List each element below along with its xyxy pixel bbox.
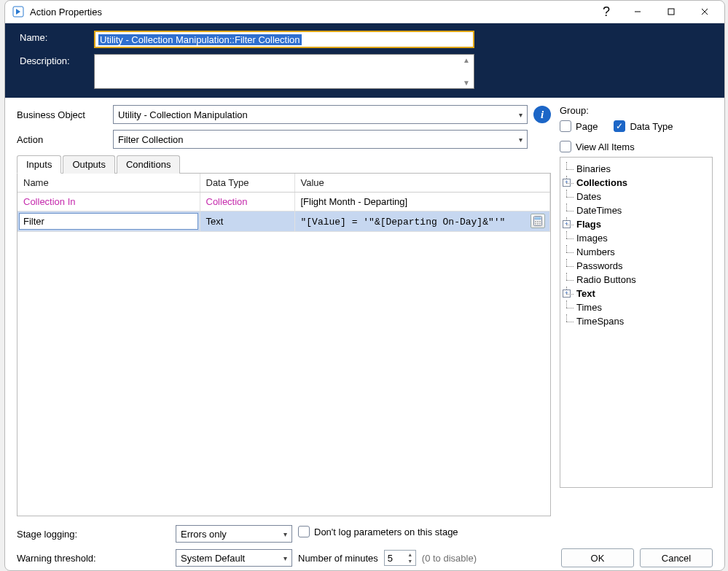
checkbox-dont-log[interactable] (298, 526, 310, 537)
svg-point-8 (537, 221, 539, 222)
tabstrip: Inputs Outputs Conditions (17, 155, 551, 174)
minutes-label: Number of minutes (298, 553, 378, 564)
cancel-button[interactable]: Cancel (640, 548, 713, 567)
tree-item[interactable]: +Collections (566, 176, 709, 190)
expand-icon[interactable]: + (563, 220, 571, 228)
ok-button[interactable]: OK (561, 548, 634, 567)
tree-item-label: Passwords (576, 260, 623, 271)
tree-item-label: TimeSpans (576, 316, 624, 327)
table-row[interactable]: Filter Text "[Value] = '"&[Departing On-… (17, 211, 550, 232)
name-value: Utility - Collection Manipulation::Filte… (98, 34, 302, 45)
tree-item-label: Times (576, 302, 602, 313)
tree-item-label: Images (576, 233, 608, 244)
info-icon[interactable]: i (533, 106, 551, 123)
checkbox-view-all[interactable] (560, 141, 571, 152)
tree-item-label: Collections (576, 177, 627, 188)
close-button[interactable] (688, 1, 721, 23)
right-panel: Group: Page Data Type View All Items (560, 105, 713, 516)
name-input[interactable]: Filter (19, 213, 198, 230)
cell-name[interactable]: Filter (17, 211, 200, 232)
table-row[interactable]: Collection In Collection [Flight Month -… (17, 193, 550, 211)
chevron-down-icon: ▾ (283, 530, 287, 538)
action-value: Filter Collection (118, 134, 184, 145)
svg-rect-6 (535, 217, 541, 220)
inputs-grid[interactable]: Name Data Type Value Collection In Colle… (17, 174, 550, 232)
datatype-label: Data Type (630, 121, 673, 132)
stage-logging-select[interactable]: Errors only ▾ (176, 525, 292, 543)
maximize-button[interactable] (654, 1, 688, 23)
minutes-input[interactable]: 5 ▲▼ (384, 550, 416, 566)
group-page-option[interactable]: Page (560, 120, 598, 132)
tree-item-label: Flags (576, 219, 601, 230)
minimize-button[interactable] (621, 1, 654, 23)
tab-outputs[interactable]: Outputs (63, 155, 115, 174)
header-panel: Name: Utility - Collection Manipulation:… (5, 23, 724, 98)
spinner-icon[interactable]: ▲▼ (405, 551, 415, 564)
tree-item-label: Radio Buttons (576, 274, 636, 285)
expression-builder-button[interactable] (531, 214, 545, 228)
tab-conditions[interactable]: Conditions (117, 155, 180, 174)
minutes-value: 5 (385, 553, 405, 564)
expand-icon[interactable]: + (563, 179, 571, 187)
help-button[interactable]: ? (592, 1, 621, 23)
inputs-grid-panel: Name Data Type Value Collection In Colle… (17, 174, 551, 516)
tree-item[interactable]: +Flags (566, 217, 709, 231)
view-all-option[interactable]: View All Items (560, 141, 713, 152)
dont-log-option[interactable]: Don't log parameters on this stage (298, 526, 458, 537)
tree-item[interactable]: Radio Buttons (566, 273, 709, 287)
business-object-select[interactable]: Utility - Collection Manipulation ▾ (113, 105, 528, 124)
stage-logging-label: Stage logging: (17, 529, 170, 540)
tree-item-label: Binaries (576, 163, 611, 174)
description-scrollbar[interactable]: ▲ ▼ (461, 56, 472, 87)
cell-value: [Flight Month - Departing] (294, 193, 550, 211)
action-properties-window: Action Properties ? Name: Utility - Coll… (4, 0, 725, 571)
business-object-label: Business Object (17, 109, 113, 120)
app-icon (12, 6, 24, 18)
warning-threshold-select[interactable]: System Default ▾ (176, 549, 292, 567)
expand-icon[interactable]: + (563, 290, 571, 298)
description-field[interactable]: ▲ ▼ (94, 54, 474, 89)
checkbox-page[interactable] (560, 120, 571, 132)
description-textarea[interactable] (96, 56, 461, 87)
cell-datatype: Collection (200, 193, 294, 211)
disable-hint: (0 to disable) (422, 553, 477, 564)
chevron-down-icon: ▾ (519, 111, 522, 119)
name-field[interactable]: Utility - Collection Manipulation::Filte… (94, 31, 474, 48)
group-datatype-option[interactable]: Data Type (614, 120, 673, 132)
warning-threshold-label: Warning threshold: (17, 553, 170, 564)
tree-item[interactable]: DateTimes (566, 203, 709, 217)
titlebar: Action Properties ? (5, 1, 724, 23)
tree-item[interactable]: Passwords (566, 259, 709, 273)
tree-item-label: Dates (576, 191, 601, 202)
cell-value[interactable]: "[Value] = '"&[Departing On-Day]&"'" (294, 211, 550, 232)
tree-item[interactable]: +Text (566, 287, 709, 300)
tree-item[interactable]: TimeSpans (566, 314, 709, 328)
name-label: Name: (20, 31, 94, 43)
cell-datatype: Text (200, 211, 294, 232)
col-value[interactable]: Value (294, 174, 550, 193)
business-object-value: Utility - Collection Manipulation (118, 109, 248, 120)
scroll-down-icon: ▼ (463, 79, 470, 87)
col-datatype[interactable]: Data Type (200, 174, 294, 193)
tree-item-label: DateTimes (576, 205, 622, 216)
checkbox-datatype[interactable] (614, 120, 625, 132)
tree-item[interactable]: Times (566, 300, 709, 314)
data-items-tree[interactable]: Binaries+CollectionsDatesDateTimes+Flags… (560, 157, 713, 488)
tree-item[interactable]: Dates (566, 190, 709, 203)
group-label: Group: (560, 105, 713, 116)
col-name[interactable]: Name (17, 174, 200, 193)
body: Business Object Utility - Collection Man… (5, 98, 724, 571)
action-label: Action (17, 134, 113, 145)
tree-item[interactable]: Images (566, 231, 709, 245)
svg-point-11 (537, 223, 539, 225)
tab-inputs[interactable]: Inputs (17, 155, 61, 174)
page-label: Page (576, 121, 598, 132)
left-column: Business Object Utility - Collection Man… (17, 105, 551, 516)
tree-item[interactable]: Numbers (566, 245, 709, 259)
value-text: "[Value] = '"&[Departing On-Day]&"'" (301, 217, 506, 228)
calculator-icon (533, 216, 542, 226)
svg-point-9 (539, 221, 541, 222)
action-select[interactable]: Filter Collection ▾ (113, 130, 528, 149)
svg-point-12 (539, 223, 541, 225)
tree-item[interactable]: Binaries (566, 162, 709, 176)
